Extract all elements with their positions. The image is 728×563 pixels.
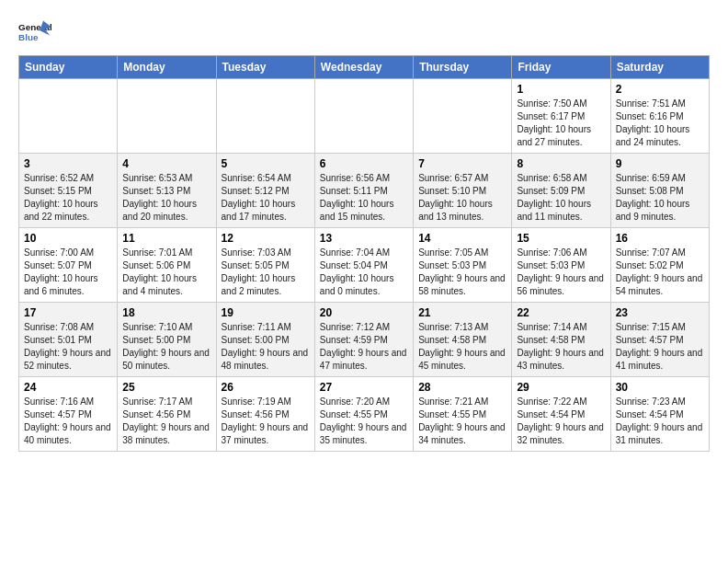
calendar-cell: 21Sunrise: 7:13 AM Sunset: 4:58 PM Dayli… bbox=[414, 303, 512, 377]
day-info: Sunrise: 7:22 AM Sunset: 4:54 PM Dayligh… bbox=[517, 396, 605, 447]
calendar-cell: 26Sunrise: 7:19 AM Sunset: 4:56 PM Dayli… bbox=[216, 377, 314, 452]
calendar-cell: 30Sunrise: 7:23 AM Sunset: 4:54 PM Dayli… bbox=[610, 377, 709, 452]
day-number: 13 bbox=[320, 232, 408, 245]
calendar-cell: 10Sunrise: 7:00 AM Sunset: 5:07 PM Dayli… bbox=[19, 228, 118, 303]
day-number: 21 bbox=[418, 306, 506, 319]
day-info: Sunrise: 7:12 AM Sunset: 4:59 PM Dayligh… bbox=[320, 321, 408, 373]
day-info: Sunrise: 7:51 AM Sunset: 6:16 PM Dayligh… bbox=[616, 98, 704, 149]
day-number: 4 bbox=[122, 157, 210, 170]
day-info: Sunrise: 6:57 AM Sunset: 5:10 PM Dayligh… bbox=[418, 172, 506, 224]
calendar-cell bbox=[216, 79, 314, 154]
day-info: Sunrise: 7:17 AM Sunset: 4:56 PM Dayligh… bbox=[122, 396, 210, 447]
logo: General Blue bbox=[18, 18, 51, 46]
day-info: Sunrise: 7:04 AM Sunset: 5:04 PM Dayligh… bbox=[320, 247, 408, 298]
calendar-cell: 29Sunrise: 7:22 AM Sunset: 4:54 PM Dayli… bbox=[512, 377, 610, 452]
day-number: 26 bbox=[222, 381, 310, 394]
day-info: Sunrise: 7:21 AM Sunset: 4:55 PM Dayligh… bbox=[418, 396, 506, 447]
day-number: 1 bbox=[517, 83, 605, 96]
day-number: 14 bbox=[418, 232, 506, 245]
day-number: 19 bbox=[222, 306, 310, 319]
day-number: 7 bbox=[418, 157, 506, 170]
day-number: 20 bbox=[320, 306, 408, 319]
calendar-cell: 8Sunrise: 6:58 AM Sunset: 5:09 PM Daylig… bbox=[512, 154, 610, 228]
day-of-week-thursday: Thursday bbox=[414, 56, 512, 79]
day-number: 2 bbox=[616, 83, 704, 96]
calendar-cell: 28Sunrise: 7:21 AM Sunset: 4:55 PM Dayli… bbox=[414, 377, 512, 452]
day-info: Sunrise: 7:06 AM Sunset: 5:03 PM Dayligh… bbox=[517, 247, 605, 298]
day-info: Sunrise: 7:05 AM Sunset: 5:03 PM Dayligh… bbox=[418, 247, 506, 298]
day-number: 8 bbox=[517, 157, 605, 170]
calendar-cell: 2Sunrise: 7:51 AM Sunset: 6:16 PM Daylig… bbox=[610, 79, 709, 154]
day-number: 15 bbox=[517, 232, 605, 245]
day-info: Sunrise: 7:50 AM Sunset: 6:17 PM Dayligh… bbox=[517, 98, 605, 149]
day-info: Sunrise: 7:03 AM Sunset: 5:05 PM Dayligh… bbox=[222, 247, 310, 298]
day-info: Sunrise: 7:01 AM Sunset: 5:06 PM Dayligh… bbox=[122, 247, 210, 298]
day-number: 29 bbox=[517, 381, 605, 394]
day-number: 16 bbox=[616, 232, 704, 245]
day-info: Sunrise: 7:14 AM Sunset: 4:58 PM Dayligh… bbox=[517, 321, 605, 373]
day-info: Sunrise: 7:23 AM Sunset: 4:54 PM Dayligh… bbox=[616, 396, 704, 447]
day-info: Sunrise: 6:53 AM Sunset: 5:13 PM Dayligh… bbox=[122, 172, 210, 224]
page-header: General Blue bbox=[18, 18, 710, 46]
calendar-cell: 27Sunrise: 7:20 AM Sunset: 4:55 PM Dayli… bbox=[314, 377, 413, 452]
calendar-cell: 22Sunrise: 7:14 AM Sunset: 4:58 PM Dayli… bbox=[512, 303, 610, 377]
day-number: 30 bbox=[616, 381, 704, 394]
day-of-week-tuesday: Tuesday bbox=[216, 56, 314, 79]
calendar-cell bbox=[414, 79, 512, 154]
day-number: 12 bbox=[222, 232, 310, 245]
day-number: 18 bbox=[122, 306, 210, 319]
day-number: 27 bbox=[320, 381, 408, 394]
calendar-cell: 5Sunrise: 6:54 AM Sunset: 5:12 PM Daylig… bbox=[216, 154, 314, 228]
day-number: 10 bbox=[24, 232, 112, 245]
calendar-cell: 14Sunrise: 7:05 AM Sunset: 5:03 PM Dayli… bbox=[414, 228, 512, 303]
calendar-cell bbox=[314, 79, 413, 154]
day-number: 17 bbox=[24, 306, 112, 319]
logo-icon: General Blue bbox=[18, 18, 51, 46]
calendar-cell: 1Sunrise: 7:50 AM Sunset: 6:17 PM Daylig… bbox=[512, 79, 610, 154]
day-info: Sunrise: 7:19 AM Sunset: 4:56 PM Dayligh… bbox=[222, 396, 310, 447]
day-info: Sunrise: 7:08 AM Sunset: 5:01 PM Dayligh… bbox=[24, 321, 112, 373]
day-number: 9 bbox=[616, 157, 704, 170]
day-number: 28 bbox=[418, 381, 506, 394]
day-of-week-sunday: Sunday bbox=[19, 56, 118, 79]
calendar-cell: 16Sunrise: 7:07 AM Sunset: 5:02 PM Dayli… bbox=[610, 228, 709, 303]
day-of-week-saturday: Saturday bbox=[610, 56, 709, 79]
calendar-cell: 9Sunrise: 6:59 AM Sunset: 5:08 PM Daylig… bbox=[610, 154, 709, 228]
day-info: Sunrise: 7:11 AM Sunset: 5:00 PM Dayligh… bbox=[222, 321, 310, 373]
calendar-cell: 13Sunrise: 7:04 AM Sunset: 5:04 PM Dayli… bbox=[314, 228, 413, 303]
day-number: 25 bbox=[122, 381, 210, 394]
calendar-cell: 17Sunrise: 7:08 AM Sunset: 5:01 PM Dayli… bbox=[19, 303, 118, 377]
day-info: Sunrise: 6:54 AM Sunset: 5:12 PM Dayligh… bbox=[222, 172, 310, 224]
day-number: 23 bbox=[616, 306, 704, 319]
calendar-cell: 25Sunrise: 7:17 AM Sunset: 4:56 PM Dayli… bbox=[118, 377, 216, 452]
day-number: 5 bbox=[222, 157, 310, 170]
day-info: Sunrise: 7:10 AM Sunset: 5:00 PM Dayligh… bbox=[122, 321, 210, 373]
calendar-cell: 4Sunrise: 6:53 AM Sunset: 5:13 PM Daylig… bbox=[118, 154, 216, 228]
calendar-cell bbox=[19, 79, 118, 154]
calendar-cell: 7Sunrise: 6:57 AM Sunset: 5:10 PM Daylig… bbox=[414, 154, 512, 228]
calendar-cell: 12Sunrise: 7:03 AM Sunset: 5:05 PM Dayli… bbox=[216, 228, 314, 303]
day-number: 6 bbox=[320, 157, 408, 170]
day-number: 3 bbox=[24, 157, 112, 170]
day-info: Sunrise: 7:07 AM Sunset: 5:02 PM Dayligh… bbox=[616, 247, 704, 298]
calendar-cell: 6Sunrise: 6:56 AM Sunset: 5:11 PM Daylig… bbox=[314, 154, 413, 228]
day-of-week-wednesday: Wednesday bbox=[314, 56, 413, 79]
day-info: Sunrise: 7:20 AM Sunset: 4:55 PM Dayligh… bbox=[320, 396, 408, 447]
day-number: 24 bbox=[24, 381, 112, 394]
day-info: Sunrise: 6:59 AM Sunset: 5:08 PM Dayligh… bbox=[616, 172, 704, 224]
calendar-cell: 20Sunrise: 7:12 AM Sunset: 4:59 PM Dayli… bbox=[314, 303, 413, 377]
day-of-week-monday: Monday bbox=[118, 56, 216, 79]
day-info: Sunrise: 7:13 AM Sunset: 4:58 PM Dayligh… bbox=[418, 321, 506, 373]
day-number: 11 bbox=[122, 232, 210, 245]
calendar-cell bbox=[118, 79, 216, 154]
day-info: Sunrise: 6:52 AM Sunset: 5:15 PM Dayligh… bbox=[24, 172, 112, 224]
calendar-cell: 11Sunrise: 7:01 AM Sunset: 5:06 PM Dayli… bbox=[118, 228, 216, 303]
calendar-cell: 24Sunrise: 7:16 AM Sunset: 4:57 PM Dayli… bbox=[19, 377, 118, 452]
day-number: 22 bbox=[517, 306, 605, 319]
day-info: Sunrise: 7:16 AM Sunset: 4:57 PM Dayligh… bbox=[24, 396, 112, 447]
day-info: Sunrise: 6:56 AM Sunset: 5:11 PM Dayligh… bbox=[320, 172, 408, 224]
svg-text:Blue: Blue bbox=[18, 32, 39, 42]
calendar-cell: 18Sunrise: 7:10 AM Sunset: 5:00 PM Dayli… bbox=[118, 303, 216, 377]
day-info: Sunrise: 7:00 AM Sunset: 5:07 PM Dayligh… bbox=[24, 247, 112, 298]
calendar-cell: 3Sunrise: 6:52 AM Sunset: 5:15 PM Daylig… bbox=[19, 154, 118, 228]
